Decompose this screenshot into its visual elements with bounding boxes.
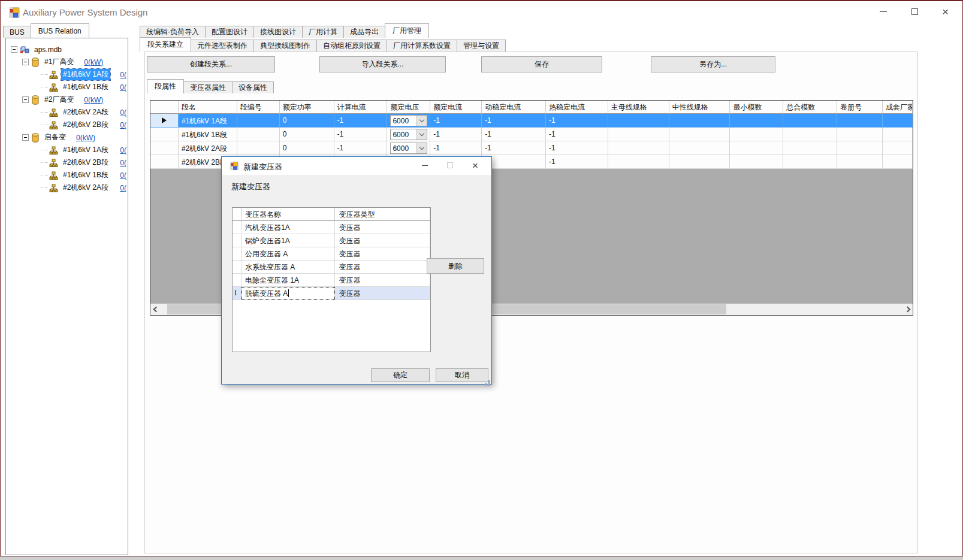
grid-cell[interactable]: -1 [482,114,546,128]
main-tab-厂用计算[interactable]: 厂用计算 [302,26,344,38]
scroll-right-button[interactable] [902,304,913,315]
grid-column-header[interactable]: 额定功率 [280,101,334,114]
grid-cell[interactable]: 6000 [387,141,430,155]
grid-cell[interactable] [730,114,783,128]
load-link[interactable]: 0( [120,146,126,155]
tab-BUS Relation[interactable]: BUS Relation [31,23,89,38]
load-link[interactable]: 0(kW) [76,134,95,142]
collapse-toggle-icon[interactable] [11,46,17,53]
grid-cell[interactable] [237,114,280,128]
grid-cell[interactable] [669,114,730,128]
load-link[interactable]: 0( [120,108,126,117]
grid-cell[interactable] [883,141,913,155]
main-tab-成品导出[interactable]: 成品导出 [343,26,385,38]
tree-bus-item[interactable]: #2机6kV 2A段0( [6,106,128,119]
transformer-name-cell[interactable]: 锅炉变压器1A [241,234,336,247]
grid-cell[interactable] [237,128,280,141]
main-tab-段编辑-负荷导入[interactable]: 段编辑-负荷导入 [140,26,206,38]
grid-cell[interactable] [837,114,883,128]
save-as-button[interactable]: 另存为... [651,56,775,72]
transformer-row[interactable]: 汽机变压器1A变压器 [233,221,430,234]
load-link[interactable]: 0( [120,71,126,79]
grid-column-header[interactable]: 卷册号 [837,101,883,114]
dialog-close-button[interactable]: × [464,157,487,174]
grid-cell[interactable] [608,155,669,169]
transformer-type-cell[interactable]: 变压器 [335,274,430,287]
grid-cell[interactable]: -1 [430,128,482,141]
grid-cell[interactable]: -1 [546,128,608,141]
resize-grip[interactable] [488,380,490,383]
grid-cell[interactable]: #1机6kV 1B段 [179,128,237,141]
grid-cell[interactable] [837,141,883,155]
grid-row[interactable]: #2机6kV 2A段0-16000-1-1-1 [150,141,913,155]
transformer-type-cell[interactable]: 变压器 [335,234,430,247]
grid-cell[interactable] [669,141,730,155]
grid-cell[interactable]: -1 [334,141,388,155]
transformer-row[interactable]: 锅炉变压器1A变压器 [233,234,430,247]
load-link[interactable]: 0( [120,171,126,180]
grid-cell[interactable]: -1 [482,128,546,141]
load-link[interactable]: 0( [120,121,126,129]
transformer-name-cell[interactable]: 公用变压器 A [241,247,336,261]
grid-cell[interactable]: -1 [546,114,608,128]
voltage-combobox[interactable]: 6000 [390,129,427,140]
grid-cell[interactable] [837,128,883,141]
grid-column-header[interactable]: 额定电压 [387,101,430,114]
window-minimize-button[interactable] [870,1,896,22]
window-maximize-button[interactable] [901,1,928,22]
tree-bus-item[interactable]: #1机6kV 1B段0( [6,81,128,93]
sub-tab-典型接线图制作[interactable]: 典型接线图制作 [253,40,317,52]
load-link[interactable]: 0( [120,83,126,92]
tree-bus-item[interactable]: #2机6kV 2B段0( [6,156,128,169]
cancel-button[interactable]: 取消 [436,368,488,382]
transformer-type-cell[interactable]: 变压器 [335,261,430,274]
sub-tab-自动组柜原则设置[interactable]: 自动组柜原则设置 [316,40,387,52]
grid-cell[interactable]: -1 [334,128,388,141]
grid-cell[interactable] [837,155,883,169]
sub-tab-管理与设置[interactable]: 管理与设置 [457,40,506,52]
grid-cell[interactable]: -1 [482,141,546,155]
tree-group-item[interactable]: 启备变0(kW) [6,131,128,144]
transformer-name-cell[interactable]: 脱硫变压器 A [241,287,336,300]
collapse-toggle-icon[interactable] [22,59,29,65]
voltage-combobox[interactable]: 6000 [390,143,427,154]
import-relation-button[interactable]: 导入段关系... [319,56,446,72]
delete-button[interactable]: 删除 [427,258,484,274]
grid-cell[interactable] [883,155,913,169]
grid-column-header[interactable]: 成套厂家 [883,101,913,114]
grid-column-header[interactable]: 热稳定电流 [546,101,608,114]
grid-column-header[interactable]: 总合模数 [783,101,837,114]
grid-cell[interactable]: 6000 [387,114,430,128]
grid-cell[interactable]: 0 [280,141,334,155]
grid-cell[interactable]: -1 [546,155,608,169]
tree-bus-item[interactable]: #1机6kV 1A段0( [6,144,128,156]
grid-cell[interactable]: #1机6kV 1A段 [179,114,237,128]
grid-cell[interactable] [783,114,837,128]
grid-cell[interactable] [608,114,669,128]
sub-tab-段关系建立[interactable]: 段关系建立 [140,37,191,52]
grid-cell[interactable] [883,114,913,128]
tree-bus-item[interactable]: #1机6kV 1B段0( [6,169,128,181]
inner-tab-段属性[interactable]: 段属性 [147,79,184,93]
grid-cell[interactable] [730,141,783,155]
dialog-column-header[interactable]: 变压器类型 [335,208,430,221]
grid-row[interactable]: #1机6kV 1A段0-16000-1-1-1 [150,114,913,128]
transformer-name-cell[interactable]: 水系统变压器 A [241,261,336,274]
create-relation-button[interactable]: 创建段关系... [147,56,275,72]
tree-group-item[interactable]: #1厂高变0(kW) [6,56,128,68]
tree-bus-item[interactable]: #1机6kV 1A段0( [6,68,128,81]
grid-cell[interactable]: -1 [430,141,482,155]
save-button[interactable]: 保存 [481,56,602,72]
grid-cell[interactable] [783,128,837,141]
transformer-name-cell[interactable]: 汽机变压器1A [241,221,336,234]
grid-cell[interactable]: #2机6kV 2A段 [179,141,237,155]
transformer-row[interactable]: 电除尘变压器 1A变压器 [233,274,430,287]
main-tab-配置图设计[interactable]: 配置图设计 [205,26,254,38]
window-close-button[interactable]: × [932,1,959,22]
load-link[interactable]: 0( [120,184,126,192]
ok-button[interactable]: 确定 [371,368,430,382]
main-tab-厂用管理[interactable]: 厂用管理 [385,23,429,38]
grid-column-header[interactable]: 额定电流 [430,101,482,114]
grid-cell[interactable] [608,128,669,141]
grid-column-header[interactable]: 计算电流 [334,101,388,114]
